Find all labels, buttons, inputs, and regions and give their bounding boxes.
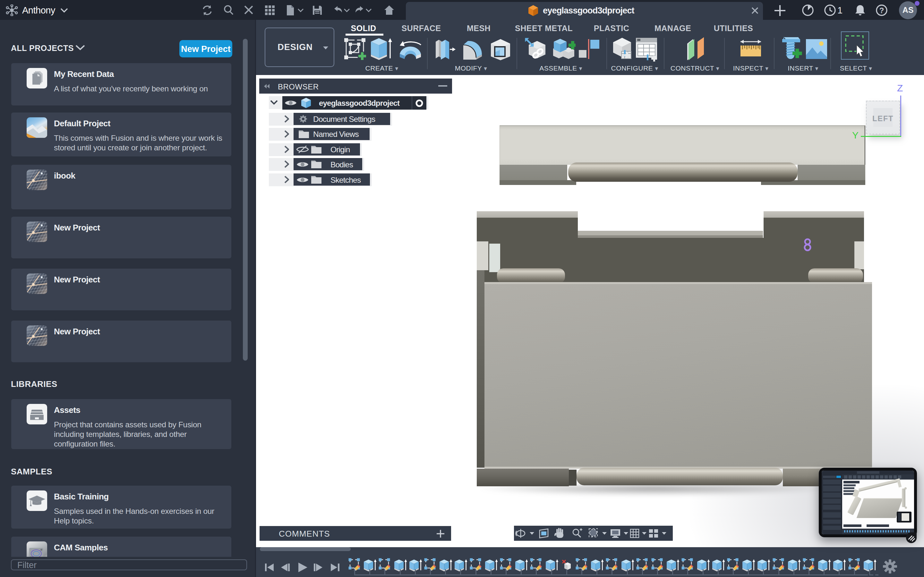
svg-text:?: ? <box>879 6 884 15</box>
